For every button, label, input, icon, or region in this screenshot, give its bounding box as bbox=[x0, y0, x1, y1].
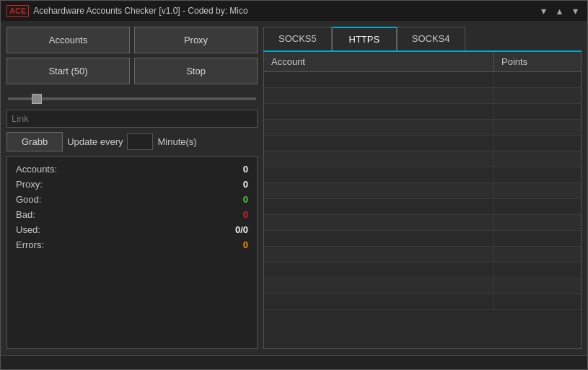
cell-points bbox=[494, 72, 581, 87]
stat-used: Used: 0/0 bbox=[16, 224, 248, 235]
table-row bbox=[264, 183, 581, 199]
cell-points bbox=[494, 294, 581, 309]
top-buttons: Accounts Proxy Start (50) Stop bbox=[6, 27, 258, 84]
stat-accounts-value: 0 bbox=[243, 164, 248, 175]
cell-points bbox=[494, 278, 581, 294]
cell-account bbox=[264, 278, 494, 294]
stat-bad-label: Bad: bbox=[16, 209, 35, 220]
main-content: Accounts Proxy Start (50) Stop Grabb Upd… bbox=[1, 21, 587, 355]
stat-errors: Errors: 0 bbox=[16, 239, 248, 250]
table-row bbox=[264, 263, 581, 278]
link-input-row bbox=[6, 110, 258, 128]
update-interval-input[interactable]: 20 bbox=[127, 133, 153, 150]
cell-account bbox=[264, 231, 494, 246]
cell-points bbox=[494, 120, 581, 135]
cell-account bbox=[264, 151, 494, 167]
cell-account bbox=[264, 88, 494, 103]
cell-account bbox=[264, 247, 494, 262]
table-row bbox=[264, 151, 581, 167]
cell-points bbox=[494, 88, 581, 103]
cell-points bbox=[494, 247, 581, 262]
stop-button[interactable]: Stop bbox=[134, 58, 258, 84]
update-label: Update every bbox=[67, 136, 123, 147]
cell-account bbox=[264, 104, 494, 119]
progress-slider[interactable] bbox=[8, 97, 256, 100]
grabb-row: Grabb Update every 20 Minute(s) bbox=[6, 132, 258, 151]
results-table: Account Points bbox=[263, 52, 582, 349]
table-row bbox=[264, 231, 581, 247]
cell-points bbox=[494, 183, 581, 198]
up-btn[interactable]: ▴ bbox=[553, 6, 566, 16]
cell-points bbox=[494, 151, 581, 167]
table-body bbox=[264, 72, 581, 310]
link-input[interactable] bbox=[6, 110, 258, 128]
cell-account bbox=[264, 167, 494, 182]
cell-points bbox=[494, 104, 581, 119]
stat-good: Good: 0 bbox=[16, 194, 248, 205]
cell-account bbox=[264, 215, 494, 230]
accounts-button[interactable]: Accounts bbox=[6, 27, 130, 53]
title-bar: ACE Acehardware Accounts Checker [v1.0] … bbox=[1, 1, 587, 21]
cell-points bbox=[494, 215, 581, 230]
slider-row bbox=[6, 89, 258, 105]
col-account: Account bbox=[264, 52, 494, 71]
stats-panel: Accounts: 0 Proxy: 0 Good: 0 Bad: 0 Used… bbox=[6, 156, 258, 349]
stat-used-value: 0/0 bbox=[235, 224, 248, 235]
minutes-label: Minute(s) bbox=[157, 136, 196, 147]
table-row bbox=[264, 72, 581, 88]
cell-account bbox=[264, 136, 494, 151]
table-row bbox=[264, 215, 581, 231]
proxy-button[interactable]: Proxy bbox=[134, 27, 258, 53]
stat-good-label: Good: bbox=[16, 194, 41, 205]
status-bar bbox=[1, 355, 587, 369]
right-panel: SOCKS5 HTTPS SOCKS4 Account Points bbox=[263, 27, 582, 349]
stat-proxy-value: 0 bbox=[243, 179, 248, 190]
table-row bbox=[264, 294, 581, 310]
cell-account bbox=[264, 199, 494, 214]
stat-accounts: Accounts: 0 bbox=[16, 164, 248, 175]
grabb-button[interactable]: Grabb bbox=[6, 132, 63, 151]
left-panel: Accounts Proxy Start (50) Stop Grabb Upd… bbox=[6, 27, 258, 349]
table-row bbox=[264, 247, 581, 263]
cell-account bbox=[264, 72, 494, 87]
stat-used-label: Used: bbox=[16, 224, 40, 235]
ace-logo: ACE bbox=[6, 5, 29, 17]
cell-points bbox=[494, 167, 581, 182]
stat-errors-label: Errors: bbox=[16, 239, 44, 250]
cell-account bbox=[264, 294, 494, 309]
table-header: Account Points bbox=[264, 52, 581, 72]
main-window: ACE Acehardware Accounts Checker [v1.0] … bbox=[0, 0, 588, 370]
table-row bbox=[264, 167, 581, 183]
window-title: Acehardware Accounts Checker [v1.0] - Co… bbox=[33, 6, 247, 16]
table-row bbox=[264, 199, 581, 215]
table-row bbox=[264, 120, 581, 136]
stat-good-value: 0 bbox=[243, 194, 248, 205]
cell-points bbox=[494, 231, 581, 246]
dropdown-btn[interactable]: ▾ bbox=[537, 6, 550, 16]
tab-https[interactable]: HTTPS bbox=[332, 27, 397, 50]
stat-accounts-label: Accounts: bbox=[16, 164, 57, 175]
cell-points bbox=[494, 263, 581, 278]
stat-proxy-label: Proxy: bbox=[16, 179, 43, 190]
col-points: Points bbox=[494, 52, 581, 71]
title-bar-controls: ▾ ▴ ▾ bbox=[537, 6, 582, 16]
table-row bbox=[264, 104, 581, 120]
title-bar-left: ACE Acehardware Accounts Checker [v1.0] … bbox=[6, 5, 248, 17]
stat-bad-value: 0 bbox=[243, 209, 248, 220]
cell-points bbox=[494, 199, 581, 214]
cell-account bbox=[264, 183, 494, 198]
tabs-row: SOCKS5 HTTPS SOCKS4 bbox=[263, 27, 582, 52]
table-row bbox=[264, 88, 581, 104]
stat-errors-value: 0 bbox=[243, 239, 248, 250]
tab-socks5[interactable]: SOCKS5 bbox=[263, 27, 332, 50]
table-row bbox=[264, 136, 581, 151]
tab-socks4[interactable]: SOCKS4 bbox=[397, 27, 465, 50]
cell-account bbox=[264, 263, 494, 278]
stat-proxy: Proxy: 0 bbox=[16, 179, 248, 190]
stat-bad: Bad: 0 bbox=[16, 209, 248, 220]
cell-account bbox=[264, 120, 494, 135]
table-row bbox=[264, 278, 581, 294]
cell-points bbox=[494, 136, 581, 151]
start-button[interactable]: Start (50) bbox=[6, 58, 130, 84]
menu-btn[interactable]: ▾ bbox=[569, 6, 582, 16]
